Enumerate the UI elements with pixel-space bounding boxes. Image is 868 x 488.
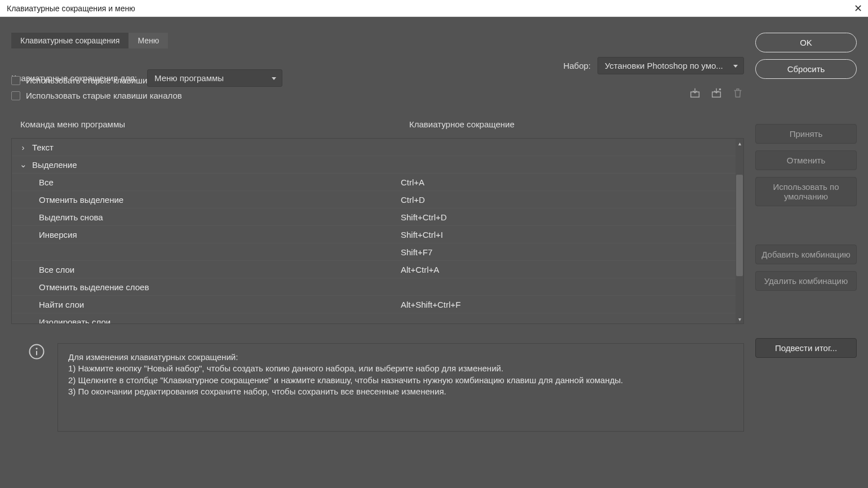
legacy-channels-label: Использовать старые клавиши каналов — [26, 91, 182, 100]
info-line: 1) Нажмите кнопку "Новый набор", чтобы с… — [68, 363, 733, 374]
save-set-icon[interactable] — [689, 87, 701, 99]
delete-shortcut-button[interactable]: Удалить комбинацию — [755, 271, 857, 291]
trash-icon[interactable] — [732, 87, 744, 99]
table-row[interactable]: Изолировать слои — [12, 313, 743, 324]
table-row[interactable]: Отменить выделениеCtrl+D — [12, 191, 743, 208]
window-title: Клавиатурные сокращения и меню — [7, 4, 135, 13]
shortcut-cell[interactable]: Alt+Ctrl+A — [401, 265, 743, 274]
chevron-down-icon[interactable]: ⌄ — [17, 159, 29, 170]
svg-point-4 — [36, 348, 38, 349]
tab-shortcuts[interactable]: Клавиатурные сокращения — [11, 33, 129, 48]
table-row[interactable]: Shift+F7 — [12, 243, 743, 261]
table-header-command: Команда меню программы — [20, 119, 409, 129]
table-header-shortcut: Клавиатурное сокращение — [409, 119, 744, 129]
info-line: Для изменения клавиатурных сокращений: — [68, 352, 733, 363]
command-label: Найти слои — [12, 300, 401, 309]
scroll-down-icon[interactable]: ▾ — [736, 314, 743, 323]
command-label: Все — [12, 178, 401, 187]
new-set-icon[interactable] — [710, 87, 723, 99]
shortcuts-table[interactable]: ›Текст⌄ВыделениеВсеCtrl+AОтменить выделе… — [11, 138, 744, 324]
info-line: 2) Щелкните в столбце "Клавиатурное сокр… — [68, 375, 733, 386]
titlebar: Клавиатурные сокращения и меню ✕ — [0, 0, 868, 17]
info-icon — [28, 343, 45, 360]
set-select[interactable]: Установки Photoshop по умо... — [597, 57, 744, 74]
accept-button[interactable]: Принять — [755, 124, 857, 144]
shortcut-cell[interactable]: Ctrl+D — [401, 195, 743, 205]
shortcut-cell[interactable]: Shift+F7 — [401, 247, 743, 257]
ok-button[interactable]: OK — [755, 33, 857, 52]
dialog-body: Клавиатурные сокращения Меню Клавиатурны… — [0, 17, 868, 488]
table-row[interactable]: Найти слоиAlt+Shift+Ctrl+F — [12, 296, 743, 313]
close-icon[interactable]: ✕ — [854, 2, 862, 15]
shortcut-cell[interactable]: Shift+Ctrl+D — [401, 212, 743, 222]
shortcut-cell[interactable]: Alt+Shift+Ctrl+F — [401, 300, 743, 309]
shortcuts-for-value: Меню программы — [154, 73, 224, 83]
group-label: Выделение — [32, 160, 77, 170]
table-row[interactable]: Все слоиAlt+Ctrl+A — [12, 261, 743, 278]
info-line: 3) По окончании редактирования сохраните… — [68, 386, 733, 397]
group-label: Текст — [32, 143, 54, 152]
reset-button[interactable]: Сбросить — [755, 59, 857, 79]
shortcuts-for-select[interactable]: Меню программы — [147, 69, 282, 87]
table-row[interactable]: Отменить выделение слоев — [12, 278, 743, 296]
cancel-shortcut-button[interactable]: Отменить — [755, 150, 857, 170]
legacy-channels-checkbox[interactable] — [11, 91, 20, 100]
scroll-up-icon[interactable]: ▴ — [736, 139, 743, 148]
command-label: Все слои — [12, 265, 401, 274]
command-label: Отменить выделение слоев — [12, 282, 401, 292]
use-default-button[interactable]: Использовать по умолчанию — [755, 177, 857, 206]
info-panel: Для изменения клавиатурных сокращений: 1… — [57, 343, 744, 432]
set-value: Установки Photoshop по умо... — [605, 61, 723, 70]
tab-menus[interactable]: Меню — [129, 33, 168, 48]
tab-bar: Клавиатурные сокращения Меню — [11, 33, 744, 48]
table-row[interactable]: ВсеCtrl+A — [12, 174, 743, 191]
table-group-row[interactable]: ⌄Выделение — [12, 156, 743, 174]
add-shortcut-button[interactable]: Добавить комбинацию — [755, 245, 857, 264]
chevron-right-icon[interactable]: › — [17, 143, 29, 152]
command-label: Отменить выделение — [12, 195, 401, 205]
shortcut-cell[interactable]: Ctrl+A — [401, 178, 743, 187]
summarize-button[interactable]: Подвести итог... — [755, 338, 857, 358]
table-row[interactable]: ИнверсияShift+Ctrl+I — [12, 226, 743, 243]
command-label: Инверсия — [12, 230, 401, 239]
table-row[interactable]: Выделить сноваShift+Ctrl+D — [12, 208, 743, 226]
scrollbar[interactable]: ▴ ▾ — [736, 139, 743, 323]
svg-point-2 — [719, 88, 721, 91]
scroll-thumb[interactable] — [736, 175, 743, 276]
shortcut-cell[interactable]: Shift+Ctrl+I — [401, 230, 743, 239]
legacy-undo-checkbox[interactable] — [11, 76, 20, 85]
table-group-row[interactable]: ›Текст — [12, 139, 743, 156]
command-label: Выделить снова — [12, 212, 401, 222]
command-label: Изолировать слои — [12, 317, 401, 325]
set-label: Набор: — [563, 61, 591, 70]
